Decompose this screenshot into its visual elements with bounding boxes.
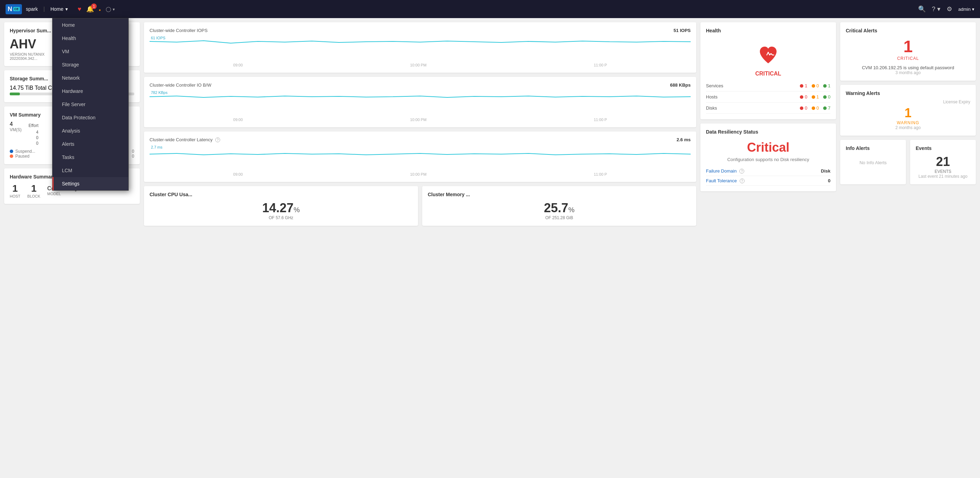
latency-chart-area: 2.7 ms bbox=[150, 144, 690, 172]
cluster-status-icon[interactable]: ◯ ▾ bbox=[106, 6, 115, 12]
admin-menu[interactable]: admin ▾ bbox=[958, 6, 974, 12]
health-icon-container: CRITICAL bbox=[706, 37, 830, 80]
fault-tolerance-label: Fault Tolerance ? bbox=[706, 178, 745, 183]
health-status-label: CRITICAL bbox=[706, 71, 830, 77]
cpu-sub: OF 57.6 GHz bbox=[150, 215, 412, 220]
admin-arrow: ▾ bbox=[972, 6, 974, 12]
warning-alerts-title: Warning Alerts bbox=[846, 91, 970, 96]
hw-host-label: HOST bbox=[10, 194, 21, 198]
paused-dot bbox=[10, 155, 13, 158]
iops-line-label: 61 IOPS bbox=[151, 36, 165, 40]
topnav-right: 🔍 ? ▾ ⚙ admin ▾ bbox=[918, 5, 974, 13]
menu-item-vm[interactable]: VM bbox=[52, 45, 128, 58]
iops-chart-area: 61 IOPS bbox=[150, 34, 690, 62]
menu-item-fileserver[interactable]: File Server bbox=[52, 98, 128, 111]
disks-label: Disks bbox=[706, 105, 717, 111]
disks-red-dot bbox=[800, 107, 803, 110]
hosts-green: 0 bbox=[823, 94, 830, 99]
fault-tolerance-row: Fault Tolerance ? 0 bbox=[706, 176, 830, 186]
vm-label: VM(S) bbox=[10, 127, 22, 132]
hw-hosts: 1 HOST bbox=[10, 183, 21, 198]
main-content: Hypervisor Sum... AHV VERSION NUTANIX 20… bbox=[0, 18, 980, 478]
heart-monitor-icon[interactable]: ♥ bbox=[78, 6, 81, 13]
disks-indicators: 0 0 7 bbox=[800, 105, 830, 111]
memory-pct: 25.7 bbox=[544, 201, 568, 215]
search-icon[interactable]: 🔍 bbox=[918, 5, 926, 13]
menu-item-alerts[interactable]: Alerts bbox=[52, 137, 128, 151]
hw-host-count: 1 bbox=[10, 183, 21, 194]
info-events-row: Info Alerts No Info Alerts Events 21 EVE… bbox=[840, 140, 976, 184]
critical-alerts-title: Critical Alerts bbox=[846, 28, 970, 33]
home-nav-button[interactable]: Home ▾ bbox=[48, 5, 71, 13]
iobw-chart-area: 782 KBps bbox=[150, 89, 690, 117]
events-label: EVENTS bbox=[916, 169, 970, 174]
iobw-chart-title: Cluster-wide Controller IO B/W bbox=[150, 83, 212, 88]
notification-bell-icon[interactable]: 🔔 1 bbox=[86, 5, 94, 13]
disks-green: 7 bbox=[823, 105, 830, 111]
topnav: N CE spark | Home ▾ ♥ 🔔 1 ● ◯ ▾ 🔍 ? ▾ ⚙ … bbox=[0, 0, 980, 18]
resiliency-status: Critical bbox=[706, 140, 830, 155]
health-title: Health bbox=[706, 28, 830, 33]
services-red: 1 bbox=[800, 83, 807, 88]
events-title: Events bbox=[916, 145, 970, 151]
critical-count: 1 bbox=[846, 37, 970, 56]
menu-item-lcm[interactable]: LCM bbox=[52, 164, 128, 177]
hw-blocks: 1 BLOCK bbox=[27, 183, 40, 198]
menu-item-storage[interactable]: Storage bbox=[52, 58, 128, 71]
info-alerts-card: Info Alerts No Info Alerts bbox=[840, 140, 906, 184]
cpu-pct: 14.27 bbox=[262, 201, 294, 215]
services-green-dot bbox=[823, 84, 827, 88]
iops-time-labels: 09:00 10:00 PM 11:00 P bbox=[150, 63, 690, 67]
resiliency-sub: Configuration supports no Disk resilienc… bbox=[706, 157, 830, 162]
effort-row-2: 0 bbox=[29, 135, 38, 140]
disks-red: 0 bbox=[800, 105, 807, 111]
help-icon[interactable]: ? ▾ bbox=[932, 5, 940, 13]
hosts-red: 0 bbox=[800, 94, 807, 99]
settings-icon[interactable]: ⚙ bbox=[947, 5, 952, 13]
effort-row-3: 0 bbox=[29, 140, 38, 146]
ce-badge: CE bbox=[13, 7, 20, 11]
menu-item-tasks[interactable]: Tasks bbox=[52, 151, 128, 164]
memory-card: Cluster Memory ... 25.7 % OF 251.28 GiB bbox=[422, 186, 696, 226]
services-green: 1 bbox=[823, 83, 830, 88]
menu-item-hardware[interactable]: Hardware bbox=[52, 84, 128, 98]
middle-column: Cluster-wide Controller IOPS 51 IOPS 61 … bbox=[144, 22, 696, 348]
nav-divider: | bbox=[43, 6, 45, 12]
menu-item-settings[interactable]: Settings bbox=[52, 177, 128, 190]
disks-yellow-dot bbox=[812, 107, 815, 110]
home-nav-label: Home bbox=[51, 6, 63, 12]
admin-label: admin bbox=[958, 6, 970, 12]
hosts-yellow: 1 bbox=[812, 94, 819, 99]
fault-tolerance-help-icon[interactable]: ? bbox=[740, 178, 745, 183]
health-card: Health CRITICAL Services 1 bbox=[700, 22, 836, 120]
services-label: Services bbox=[706, 83, 723, 88]
iobw-chart-card: Cluster-wide Controller IO B/W 688 KBps … bbox=[144, 77, 696, 127]
critical-alert-time: 3 months ago bbox=[846, 70, 970, 75]
hosts-row: Hosts 0 1 0 bbox=[706, 91, 830, 103]
menu-item-dataprotection[interactable]: Data Protection bbox=[52, 111, 128, 124]
status-dot-icon: ● bbox=[99, 6, 101, 13]
cpu-card: Cluster CPU Usa... 14.27 % OF 57.6 GHz bbox=[144, 186, 418, 226]
fault-tolerance-value: 0 bbox=[828, 178, 830, 183]
cpu-title: Cluster CPU Usa... bbox=[150, 192, 412, 197]
memory-sub: OF 251.28 GiB bbox=[428, 215, 690, 220]
menu-item-analysis[interactable]: Analysis bbox=[52, 124, 128, 137]
memory-title: Cluster Memory ... bbox=[428, 192, 690, 197]
failure-domain-help-icon[interactable]: ? bbox=[739, 169, 744, 174]
cpu-memory-row: Cluster CPU Usa... 14.27 % OF 57.6 GHz C… bbox=[144, 186, 696, 226]
menu-item-home[interactable]: Home bbox=[52, 18, 128, 32]
iops-chart-header: Cluster-wide Controller IOPS 51 IOPS bbox=[150, 28, 690, 33]
services-yellow: 0 bbox=[812, 83, 819, 88]
failure-domain-value: Disk bbox=[821, 168, 830, 174]
warning-label-top: License Expiry bbox=[846, 99, 970, 106]
hosts-label: Hosts bbox=[706, 94, 718, 99]
menu-item-health[interactable]: Health bbox=[52, 32, 128, 45]
health-services-list: Services 1 0 1 bbox=[706, 80, 830, 114]
effort-label: Effort bbox=[29, 123, 38, 128]
latency-help-icon[interactable]: ? bbox=[215, 137, 220, 142]
warning-alerts-card: Warning Alerts License Expiry 1 WARNING … bbox=[840, 85, 976, 136]
services-red-dot bbox=[800, 84, 803, 88]
menu-item-network[interactable]: Network bbox=[52, 71, 128, 84]
storage-progress-fill bbox=[10, 92, 20, 95]
iops-chart-value: 51 IOPS bbox=[674, 28, 690, 33]
